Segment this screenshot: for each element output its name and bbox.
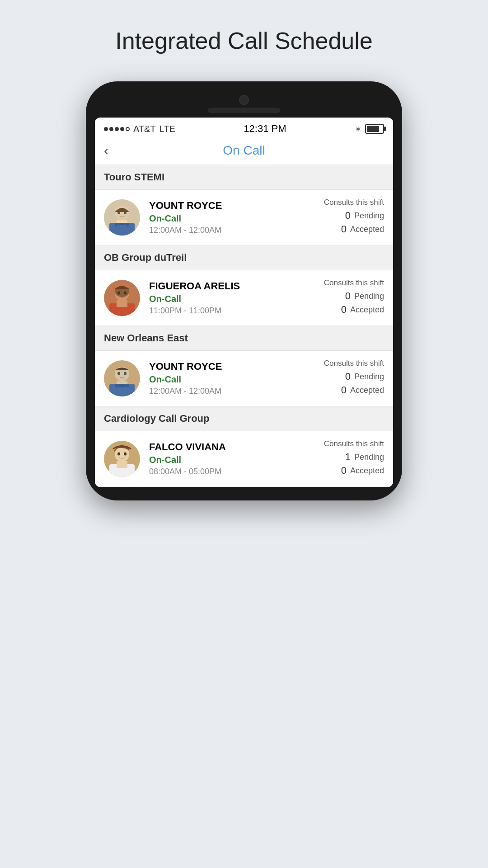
consult-label: Consults this shift: [294, 278, 384, 288]
pending-count: 0: [345, 210, 351, 222]
doctor-avatar: [104, 280, 140, 316]
consult-accepted-row: 0 Accepted: [294, 304, 384, 316]
consult-label: Consults this shift: [294, 439, 384, 448]
pending-count: 0: [345, 371, 351, 382]
signal-dot-4: [120, 127, 124, 131]
doctor-row-new-orleans-east-0[interactable]: YOUNT ROYCE On-Call 12:00AM - 12:00AM Co…: [95, 351, 393, 406]
bluetooth-icon: ∗: [355, 124, 361, 134]
signal-dots: [104, 127, 130, 131]
page-title: Integrated Call Schedule: [115, 27, 373, 54]
svg-point-31: [115, 447, 129, 462]
accepted-label: Accepted: [350, 225, 384, 234]
doctor-avatar: [104, 360, 140, 396]
signal-dot-2: [109, 127, 113, 131]
svg-point-6: [117, 211, 120, 214]
page-wrapper: Integrated Call Schedule AT&T: [0, 0, 488, 868]
svg-rect-14: [117, 300, 127, 307]
consult-label: Consults this shift: [294, 359, 384, 368]
svg-point-24: [124, 372, 127, 375]
doctor-status: On-Call: [149, 294, 294, 304]
consult-accepted-row: 0 Accepted: [294, 223, 384, 235]
doctor-info: YOUNT ROYCE On-Call 12:00AM - 12:00AM: [149, 361, 294, 396]
accepted-label: Accepted: [350, 305, 384, 315]
consult-pending-row: 0 Pending: [294, 290, 384, 302]
status-left: AT&T LTE: [104, 124, 175, 134]
consult-label: Consults this shift: [294, 198, 384, 207]
accepted-count: 0: [341, 384, 347, 396]
doctor-time: 12:00AM - 12:00AM: [149, 226, 294, 235]
phone-speaker: [208, 108, 280, 113]
svg-point-33: [124, 453, 127, 456]
carrier-name: AT&T: [133, 124, 156, 134]
doctor-avatar: [104, 199, 140, 236]
consult-pending-row: 0 Pending: [294, 371, 384, 382]
sections-container: Touro STEMI YOUNT ROYCE On-Call 12:00AM …: [95, 165, 393, 487]
doctor-name: YOUNT ROYCE: [149, 361, 294, 373]
doctor-name: FALCO VIVIANA: [149, 441, 294, 453]
svg-point-17: [124, 292, 127, 295]
accepted-label: Accepted: [350, 466, 384, 476]
doctor-time: 11:00PM - 11:00PM: [149, 306, 294, 316]
doctor-row-ob-group-dutreil-0[interactable]: FIGUEROA ARELIS On-Call 11:00PM - 11:00P…: [95, 270, 393, 326]
status-time: 12:31 PM: [244, 123, 286, 135]
doctor-row-touro-stemi-0[interactable]: YOUNT ROYCE On-Call 12:00AM - 12:00AM Co…: [95, 190, 393, 245]
back-button[interactable]: ‹: [104, 143, 108, 158]
consult-stats: Consults this shift 0 Pending 0 Accepted: [294, 359, 384, 398]
doctor-info: FIGUEROA ARELIS On-Call 11:00PM - 11:00P…: [149, 280, 294, 316]
phone-hardware-top: [95, 95, 393, 113]
pending-label: Pending: [354, 372, 384, 382]
consult-stats: Consults this shift 0 Pending 0 Accepted: [294, 198, 384, 237]
doctor-status: On-Call: [149, 374, 294, 385]
svg-point-32: [117, 453, 120, 456]
doctor-time: 08:00AM - 05:00PM: [149, 467, 294, 476]
doctor-info: YOUNT ROYCE On-Call 12:00AM - 12:00AM: [149, 200, 294, 235]
consult-accepted-row: 0 Accepted: [294, 465, 384, 476]
battery-fill: [367, 126, 379, 132]
doctor-info: FALCO VIVIANA On-Call 08:00AM - 05:00PM: [149, 441, 294, 476]
accepted-label: Accepted: [350, 386, 384, 395]
status-right: ∗: [355, 124, 384, 134]
pending-label: Pending: [354, 211, 384, 221]
accepted-count: 0: [341, 223, 347, 235]
section-header-cardiology-call-group: Cardiology Call Group: [95, 406, 393, 431]
doctor-time: 12:00AM - 12:00AM: [149, 387, 294, 396]
svg-point-5: [115, 206, 129, 220]
signal-dot-5: [126, 127, 130, 131]
accepted-count: 0: [341, 465, 347, 476]
phone-screen: AT&T LTE 12:31 PM ∗ ‹ On Call Touro STEM…: [95, 118, 393, 487]
phone-shell: AT&T LTE 12:31 PM ∗ ‹ On Call Touro STEM…: [86, 81, 402, 500]
doctor-name: YOUNT ROYCE: [149, 200, 294, 212]
doctor-row-cardiology-call-group-0[interactable]: FALCO VIVIANA On-Call 08:00AM - 05:00PM …: [95, 431, 393, 487]
status-bar: AT&T LTE 12:31 PM ∗: [95, 118, 393, 138]
svg-point-23: [117, 372, 120, 375]
doctor-status: On-Call: [149, 455, 294, 465]
battery-indicator: [365, 124, 384, 134]
pending-count: 0: [345, 290, 351, 302]
svg-point-7: [124, 211, 127, 214]
consult-stats: Consults this shift 1 Pending 0 Accepted: [294, 439, 384, 478]
section-header-new-orleans-east: New Orleans East: [95, 326, 393, 351]
signal-dot-3: [115, 127, 119, 131]
section-header-ob-group-dutreil: OB Group duTreil: [95, 245, 393, 270]
doctor-status: On-Call: [149, 213, 294, 224]
network-type: LTE: [160, 124, 175, 134]
consult-stats: Consults this shift 0 Pending 0 Accepted: [294, 278, 384, 317]
consult-pending-row: 0 Pending: [294, 210, 384, 222]
doctor-avatar: [104, 441, 140, 477]
phone-camera: [239, 95, 249, 105]
doctor-name: FIGUEROA ARELIS: [149, 280, 294, 292]
pending-count: 1: [345, 451, 351, 463]
pending-label: Pending: [354, 292, 384, 301]
svg-rect-10: [117, 225, 127, 236]
pending-label: Pending: [354, 453, 384, 462]
section-header-touro-stemi: Touro STEMI: [95, 165, 393, 190]
consult-pending-row: 1 Pending: [294, 451, 384, 463]
nav-title: On Call: [223, 143, 265, 158]
svg-rect-30: [117, 461, 127, 468]
consult-accepted-row: 0 Accepted: [294, 384, 384, 396]
signal-dot-1: [104, 127, 108, 131]
nav-bar: ‹ On Call: [95, 138, 393, 165]
svg-point-16: [117, 292, 120, 295]
accepted-count: 0: [341, 304, 347, 316]
